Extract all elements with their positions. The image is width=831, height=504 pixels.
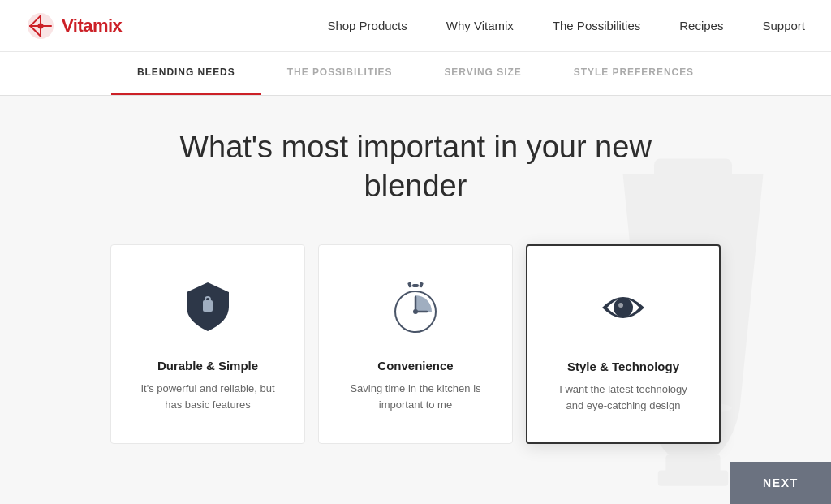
tab-blending-needs[interactable]: BLENDING NEEDS <box>111 52 261 95</box>
svg-rect-8 <box>658 471 728 486</box>
svg-point-22 <box>618 303 623 308</box>
main-content: What's most important in your new blende… <box>0 96 831 504</box>
nav-why-vitamix[interactable]: Why Vitamix <box>446 19 514 32</box>
page-headline: What's most important in your new blende… <box>131 128 700 205</box>
card-style-desc: I want the latest technology and eye-cat… <box>553 381 693 413</box>
cards-row: Durable & Simple It's powerful and relia… <box>50 244 781 444</box>
stopwatch-icon <box>386 278 445 339</box>
nav-shop-products[interactable]: Shop Products <box>327 19 407 32</box>
nav-the-possibilities[interactable]: The Possibilities <box>553 19 640 32</box>
tab-serving-size[interactable]: SERVING SIZE <box>418 52 547 95</box>
main-nav: Shop Products Why Vitamix The Possibilit… <box>327 19 805 32</box>
nav-support[interactable]: Support <box>762 19 805 32</box>
tab-style-preferences[interactable]: STYLE PREFERENCES <box>548 52 720 95</box>
card-convenience-title: Convenience <box>377 359 453 373</box>
card-style-technology[interactable]: Style & Technology I want the latest tec… <box>526 244 721 444</box>
card-durable-title: Durable & Simple <box>157 359 258 373</box>
card-style-title: Style & Technology <box>567 360 679 373</box>
svg-rect-12 <box>412 284 419 287</box>
logo-text: Vitamix <box>62 15 122 37</box>
tab-the-possibilities[interactable]: THE POSSIBILITIES <box>261 52 419 95</box>
shield-icon <box>179 278 237 339</box>
eye-icon <box>594 278 652 340</box>
nav-recipes[interactable]: Recipes <box>679 19 723 32</box>
next-button-wrap: NEXT <box>730 462 831 504</box>
card-durable-desc: It's powerful and reliable, but has basi… <box>137 381 278 412</box>
vitamix-logo-icon <box>26 11 55 41</box>
site-header: Vitamix Shop Products Why Vitamix The Po… <box>0 0 831 52</box>
svg-rect-14 <box>419 282 424 287</box>
next-button[interactable]: NEXT <box>730 462 831 504</box>
logo-area[interactable]: Vitamix <box>26 11 122 41</box>
card-convenience[interactable]: Convenience Saving time in the kitchen i… <box>318 244 513 444</box>
card-durable-simple[interactable]: Durable & Simple It's powerful and relia… <box>110 244 305 444</box>
card-convenience-desc: Saving time in the kitchen is important … <box>345 381 486 412</box>
svg-point-5 <box>38 23 44 28</box>
tabs-bar: BLENDING NEEDS THE POSSIBILITIES SERVING… <box>0 52 831 96</box>
svg-rect-13 <box>407 282 412 287</box>
svg-rect-7 <box>665 454 720 478</box>
